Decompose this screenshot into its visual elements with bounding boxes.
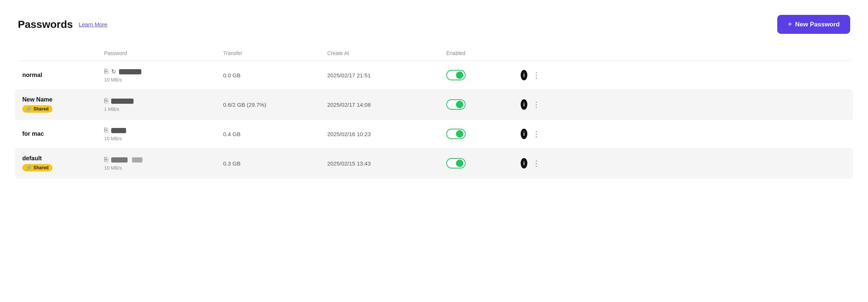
password-masked: [119, 69, 141, 74]
plus-icon: +: [788, 20, 792, 29]
toggle-slider: [446, 99, 466, 110]
page-title: Passwords: [18, 19, 73, 30]
info-button-for-mac[interactable]: i: [521, 129, 527, 139]
toggle-slider: [446, 70, 466, 80]
enabled-toggle-default[interactable]: [446, 158, 466, 168]
row-created-at-default: 2025/02/15 13:43: [323, 160, 442, 167]
learn-more-link[interactable]: Learn More: [79, 21, 107, 28]
more-button-default[interactable]: ⋮: [531, 160, 541, 167]
row-name-text: default: [22, 155, 95, 162]
row-transfer-new-name: 0.6/2 GB (29.7%): [219, 102, 323, 108]
col-password: Password: [100, 50, 219, 56]
toggle-slider: [446, 129, 466, 139]
copy-icon[interactable]: ⎘: [104, 156, 108, 164]
row-transfer-normal: 0.0 GB: [219, 72, 323, 78]
row-name-for-mac: for mac: [18, 131, 100, 137]
table-header: Password Transfer Create At Enabled: [18, 47, 850, 61]
row-enabled-default: [442, 158, 516, 168]
row-enabled-normal: [442, 70, 516, 80]
password-masked: [111, 128, 126, 133]
new-password-button[interactable]: + New Password: [777, 15, 850, 34]
passwords-table: Password Transfer Create At Enabled norm…: [18, 47, 850, 179]
info-button-normal[interactable]: i: [521, 70, 527, 80]
copy-icon[interactable]: ⎘: [104, 97, 108, 105]
row-name-normal: normal: [18, 72, 100, 78]
row-name-new-name: New Name 🔗 Shared: [18, 96, 100, 113]
password-icons: ⎘: [104, 156, 214, 164]
copy-icon[interactable]: ⎘: [104, 126, 108, 134]
row-password-for-mac: ⎘ 10 MB/s: [100, 126, 219, 141]
enabled-toggle-new-name[interactable]: [446, 99, 466, 110]
header-left: Passwords Learn More: [18, 19, 107, 30]
password-speed: 10 MB/s: [104, 77, 214, 83]
enabled-toggle-for-mac[interactable]: [446, 129, 466, 139]
row-actions-default: i ⋮: [516, 158, 546, 168]
row-name-default: default 🔗 Shared: [18, 155, 100, 171]
col-create-at: Create At: [323, 50, 442, 56]
shared-badge: 🔗 Shared: [22, 164, 52, 171]
col-enabled: Enabled: [442, 50, 516, 56]
password-speed: 10 MB/s: [104, 136, 214, 141]
enabled-toggle-normal[interactable]: [446, 70, 466, 80]
row-password-default: ⎘ 10 MB/s: [100, 156, 219, 171]
table-row: New Name 🔗 Shared ⎘ 1 MB/s 0.6/2 GB (29.…: [15, 90, 853, 120]
more-button-for-mac[interactable]: ⋮: [531, 130, 541, 138]
more-button-new-name[interactable]: ⋮: [531, 101, 541, 108]
shared-label: Shared: [33, 165, 49, 170]
row-created-at-for-mac: 2025/02/16 10:23: [323, 131, 442, 137]
col-name: [18, 50, 100, 56]
new-password-label: New Password: [795, 21, 840, 28]
info-button-default[interactable]: i: [521, 158, 527, 168]
page-header: Passwords Learn More + New Password: [18, 15, 850, 34]
share-icon: 🔗: [26, 165, 32, 170]
row-created-at-normal: 2025/02/17 21:51: [323, 72, 442, 78]
password-masked: [111, 157, 128, 163]
shared-badge: 🔗 Shared: [22, 105, 52, 113]
password-masked-2: [132, 157, 142, 163]
password-speed: 1 MB/s: [104, 106, 214, 112]
info-button-new-name[interactable]: i: [521, 99, 527, 110]
password-icons: ⎘ ↻: [104, 68, 214, 76]
shared-label: Shared: [33, 106, 49, 112]
col-actions: [516, 50, 546, 56]
password-icons: ⎘: [104, 126, 214, 134]
refresh-icon: ↻: [111, 68, 116, 75]
row-name-text: New Name: [22, 96, 95, 103]
row-transfer-default: 0.3 GB: [219, 160, 323, 167]
copy-icon[interactable]: ⎘: [104, 68, 108, 76]
row-transfer-for-mac: 0.4 GB: [219, 131, 323, 137]
row-actions-normal: i ⋮: [516, 70, 546, 80]
share-icon: 🔗: [26, 106, 32, 112]
row-name-text: for mac: [22, 131, 95, 137]
toggle-slider: [446, 158, 466, 168]
table-row: for mac ⎘ 10 MB/s 0.4 GB 2025/02/16 10:2…: [18, 120, 850, 148]
row-actions-for-mac: i ⋮: [516, 129, 546, 139]
password-masked: [111, 99, 134, 104]
row-enabled-for-mac: [442, 129, 516, 139]
row-password-new-name: ⎘ 1 MB/s: [100, 97, 219, 112]
table-row: default 🔗 Shared ⎘ 10 MB/s 0.3 GB 2025/0…: [15, 148, 853, 179]
row-name-text: normal: [22, 72, 95, 78]
password-icons: ⎘: [104, 97, 214, 105]
row-created-at-new-name: 2025/02/17 14:08: [323, 102, 442, 108]
row-password-normal: ⎘ ↻ 10 MB/s: [100, 68, 219, 83]
table-row: normal ⎘ ↻ 10 MB/s 0.0 GB 2025/02/17 21:…: [18, 61, 850, 90]
row-actions-new-name: i ⋮: [516, 99, 546, 110]
more-button-normal[interactable]: ⋮: [531, 71, 541, 79]
row-enabled-new-name: [442, 99, 516, 110]
col-transfer: Transfer: [219, 50, 323, 56]
password-speed: 10 MB/s: [104, 165, 214, 171]
